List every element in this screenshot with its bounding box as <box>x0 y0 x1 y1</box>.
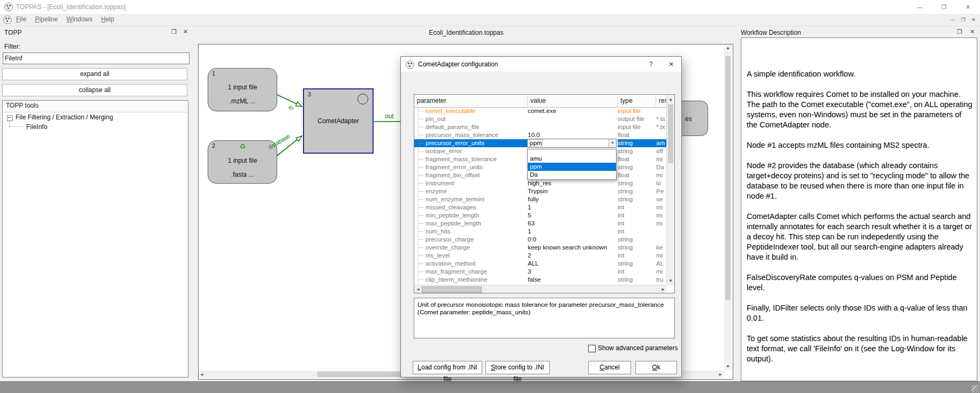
param-row-enzyme[interactable]: enzymeTrypsinstringPe <box>414 187 667 195</box>
param-row-precursor_charge[interactable]: precursor_charge0:0string <box>414 236 667 244</box>
menu-item-file[interactable]: File <box>12 14 31 25</box>
param-value[interactable]: false <box>528 276 618 284</box>
param-value[interactable] <box>528 123 618 131</box>
dialog-close-icon[interactable]: ✕ <box>662 57 680 72</box>
parameter-table[interactable]: parameter value type res comet_executabl… <box>414 94 675 293</box>
show-advanced-checkbox[interactable] <box>588 345 596 352</box>
param-row-pin_out[interactable]: pin_outoutput file*.ts <box>414 115 667 123</box>
scroll-down-icon[interactable]: ▼ <box>726 364 730 369</box>
cometadapter-node[interactable]: 3 CometAdapter <box>303 88 374 154</box>
param-name: max_fragment_charge <box>414 268 528 276</box>
menu-item-windows[interactable]: Windows <box>62 14 97 25</box>
param-value[interactable]: comet.exe <box>528 107 618 115</box>
workflow-description-text[interactable]: A simple identification workflow.This wo… <box>741 37 977 381</box>
precursor-error-units-combobox[interactable]: ppm ▼ <box>527 139 617 148</box>
column-header-parameter[interactable]: parameter <box>414 95 528 107</box>
tree-group-file-filtering[interactable]: File Filtering / Extraction / Merging <box>16 114 113 121</box>
minimize-button[interactable]: — <box>908 0 932 14</box>
collapse-all-button[interactable]: collapse all <box>2 84 187 96</box>
column-header-type[interactable]: type <box>618 95 656 107</box>
param-row-num_enzyme_termini[interactable]: num_enzyme_terminifullystringse <box>414 195 667 203</box>
param-row-missed_cleavages[interactable]: missed_cleavages1intmi <box>414 203 667 211</box>
description-panel-close-icon[interactable]: ✕ <box>970 28 975 35</box>
hscroll-thumb[interactable] <box>422 286 482 293</box>
cancel-button[interactable]: Cancel <box>588 361 631 374</box>
param-value[interactable]: keep known search unknown <box>528 244 618 252</box>
description-panel-float-icon[interactable]: ❐ <box>957 28 962 35</box>
param-row-clip_nterm_methionine[interactable]: clip_nterm_methioninefalsestringtru <box>414 276 667 284</box>
param-value[interactable]: fully <box>528 195 618 203</box>
canvas-vscrollbar[interactable]: ▲ ▼ <box>724 44 732 370</box>
topp-panel-close-icon[interactable]: ✕ <box>183 28 188 35</box>
close-button[interactable]: ✕ <box>956 0 980 14</box>
param-row-max_peptide_length[interactable]: max_peptide_length63intmi <box>414 220 667 228</box>
param-row-num_hits[interactable]: num_hits1int <box>414 228 667 236</box>
scroll-left-icon[interactable]: ◄ <box>200 372 204 377</box>
store-config-button[interactable]: Store config to .INI file <box>485 361 550 374</box>
dropdown-option-ppm[interactable]: ppm <box>528 163 616 171</box>
expand-all-button[interactable]: expand all <box>2 68 187 80</box>
combobox-dropdown-list[interactable]: amuppmDa <box>527 149 617 180</box>
edge-label-out: out <box>385 112 394 120</box>
scroll-left-icon[interactable]: ◄ <box>416 287 420 292</box>
param-value[interactable]: 2 <box>528 252 618 260</box>
filter-input[interactable]: FileInf <box>3 52 189 64</box>
vscroll-thumb[interactable] <box>668 104 673 163</box>
param-row-ms_level[interactable]: ms_level2intmi <box>414 252 667 260</box>
param-value[interactable]: 10.0 <box>528 131 618 139</box>
tree-item-fileinfo[interactable]: FileInfo <box>26 123 47 131</box>
dropdown-option-amu[interactable]: amu <box>528 155 616 163</box>
table-vscrollbar[interactable]: ▲ ▼ <box>666 95 674 285</box>
partially-hidden-node[interactable]: es <box>682 101 708 136</box>
mdi-child-icon <box>3 16 12 24</box>
param-value[interactable]: 63 <box>528 220 618 228</box>
tree-collapse-icon[interactable] <box>7 115 13 121</box>
param-value[interactable]: 1 <box>528 228 618 236</box>
param-value[interactable]: 5 <box>528 211 618 220</box>
vscroll-thumb[interactable] <box>725 56 731 300</box>
load-config-button[interactable]: Load config from .INI file <box>413 361 482 374</box>
tree-line <box>9 121 10 126</box>
param-value[interactable]: high_res <box>528 179 618 187</box>
mdi-minimize-icon[interactable]: — <box>948 16 957 24</box>
combobox-dropdown-icon[interactable]: ▼ <box>609 139 616 147</box>
scroll-up-icon[interactable]: ▲ <box>726 46 730 50</box>
table-header-row[interactable]: parameter value type res <box>414 95 667 108</box>
param-row-override_charge[interactable]: override_chargekeep known search unknown… <box>414 244 667 252</box>
dialog-title-bar[interactable]: CometAdapter configuration ? ✕ <box>401 57 681 72</box>
table-hscrollbar[interactable]: ◄ ► <box>414 285 667 293</box>
dialog-help-icon[interactable]: ? <box>642 57 660 72</box>
param-row-max_fragment_charge[interactable]: max_fragment_charge3intmi <box>414 268 667 276</box>
param-row-default_params_file[interactable]: default_params_fileinput file*.tx <box>414 123 667 131</box>
scroll-right-icon[interactable]: ► <box>661 287 665 292</box>
scroll-up-icon[interactable]: ▲ <box>668 97 673 102</box>
dropdown-option-Da[interactable]: Da <box>528 171 616 179</box>
param-row-comet_executable[interactable]: comet_executablecomet.exeinput file <box>414 107 667 115</box>
param-value[interactable]: 3 <box>528 268 618 276</box>
scroll-right-icon[interactable]: ► <box>718 372 723 377</box>
param-value[interactable] <box>528 115 618 123</box>
param-value[interactable]: 1 <box>528 203 618 211</box>
ok-button[interactable]: Ok <box>635 361 677 374</box>
topp-panel-float-icon[interactable]: ❐ <box>171 28 177 35</box>
column-header-restrictions[interactable]: res <box>656 95 667 107</box>
input-node-2[interactable]: 2 ♻ 1 input file .fasta ... <box>208 140 277 184</box>
param-row-instrument[interactable]: instrumenthigh_resstringlo <box>414 179 667 187</box>
mdi-close-icon[interactable]: ✕ <box>969 16 978 24</box>
param-value[interactable]: 0:0 <box>528 236 618 244</box>
parameter-rows[interactable]: comet_executablecomet.exeinput filepin_o… <box>414 107 667 285</box>
menu-item-pipeline[interactable]: Pipeline <box>31 14 62 25</box>
param-row-precursor_mass_tolerance[interactable]: precursor_mass_tolerance10.0float <box>414 131 667 139</box>
param-row-activation_method[interactable]: activation_methodALLstringAL <box>414 260 667 268</box>
scroll-down-icon[interactable]: ▼ <box>668 278 673 283</box>
column-header-value[interactable]: value <box>528 95 618 107</box>
param-value[interactable]: ALL <box>528 260 618 268</box>
maximize-button[interactable]: ❐ <box>932 0 956 14</box>
param-row-min_peptide_length[interactable]: min_peptide_length5intmi <box>414 211 667 220</box>
menu-item-help[interactable]: Help <box>97 14 119 25</box>
mdi-restore-icon[interactable]: ❐ <box>959 16 968 24</box>
workflow-tab-title[interactable]: Ecoli_Identification.toppas <box>196 29 736 36</box>
resize-grip[interactable] <box>971 385 979 392</box>
input-node-1[interactable]: 1 1 input file .mzML ... <box>208 68 277 111</box>
param-value[interactable]: Trypsin <box>528 187 618 195</box>
